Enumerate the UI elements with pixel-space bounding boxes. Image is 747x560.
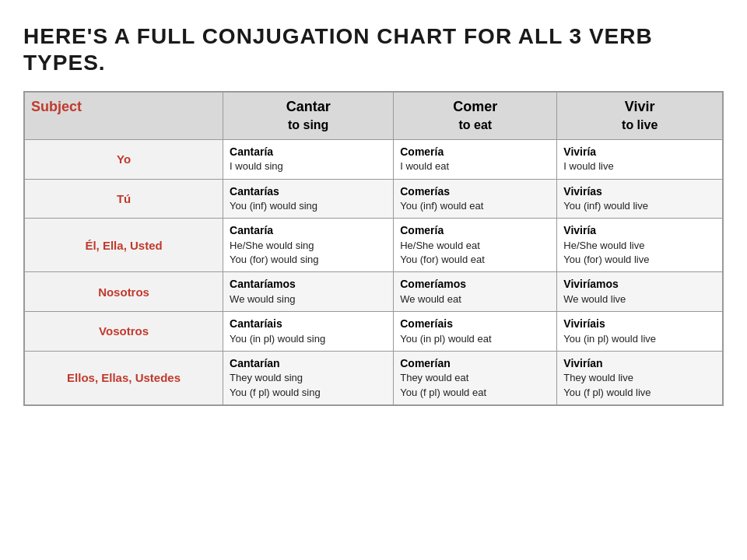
cantar-translation: We would sing <box>230 292 387 306</box>
header-vivir: Vivir to live <box>557 92 723 139</box>
table-row: YoCantaríaI would singComería I would ea… <box>24 139 723 179</box>
vivir-translation: You (for) would live <box>563 253 716 267</box>
header-subject: Subject <box>24 92 223 139</box>
cantar-translation: You (inf) would sing <box>230 199 387 213</box>
cantar-conjugation: Cantaríais <box>230 317 387 332</box>
vivir-cell: ViviríaI would live <box>557 139 723 179</box>
table-row: VosotrosCantaríaisYou (in pl) would sing… <box>24 312 723 352</box>
comer-translation: You (f pl) would eat <box>400 386 550 400</box>
cantar-translation: He/She would sing <box>230 239 387 253</box>
vivir-conjugation: Vivirían <box>563 356 716 372</box>
header-comer: Comer to eat <box>394 92 557 139</box>
comer-conjugation: Comería <box>400 223 550 239</box>
cantar-conjugation: Cantarías <box>230 184 387 200</box>
vivir-conjugation: Viviríais <box>563 317 716 332</box>
table-row: NosotrosCantaríamosWe would singComeríam… <box>24 272 723 312</box>
comer-cell: ComeríaisYou (in pl) would eat <box>394 312 557 352</box>
cantar-cell: CantaríanThey would singYou (f pl) would… <box>223 351 394 404</box>
vivir-translation: You (inf) would live <box>563 199 716 213</box>
subject-cell: Nosotros <box>24 272 223 312</box>
comer-translation: You (inf) would eat <box>400 199 550 213</box>
vivir-translation: You (in pl) would live <box>563 332 716 346</box>
vivir-translation: I would live <box>563 159 716 173</box>
subject-cell: Tú <box>24 179 223 219</box>
cantar-cell: CantaríaisYou (in pl) would sing <box>223 312 394 352</box>
vivir-conjugation: Viviríamos <box>563 277 716 292</box>
table-row: TúCantaríasYou (inf) would singComeríasY… <box>24 179 723 219</box>
cantar-conjugation: Cantaría <box>230 145 387 160</box>
vivir-conjugation: Viviría <box>563 223 716 239</box>
vivir-cell: ViviríasYou (inf) would live <box>557 179 723 219</box>
vivir-cell: ViviríanThey would liveYou (f pl) would … <box>557 351 723 404</box>
cantar-translation: You (f pl) would sing <box>230 386 387 400</box>
subject-cell: Yo <box>24 139 223 179</box>
cantar-translation: They would sing <box>230 371 387 385</box>
conjugation-table: Subject Cantar to sing Comer to eat Vivi… <box>23 91 724 406</box>
vivir-conjugation: Vivirías <box>563 184 716 200</box>
table-row: Él, Ella, UstedCantaríaHe/She would sing… <box>24 219 723 272</box>
cantar-cell: CantaríasYou (inf) would sing <box>223 179 394 219</box>
comer-conjugation: Comerías <box>400 184 550 200</box>
cantar-translation: I would sing <box>230 159 387 173</box>
comer-translation: I would eat <box>400 159 550 173</box>
comer-cell: ComeríanThey would eatYou (f pl) would e… <box>394 351 557 404</box>
comer-translation: He/She would eat <box>400 239 550 253</box>
vivir-translation: They would live <box>563 371 716 385</box>
comer-translation: They would eat <box>400 371 550 385</box>
cantar-cell: CantaríaI would sing <box>223 139 394 179</box>
cantar-translation: You (in pl) would sing <box>230 332 387 346</box>
vivir-translation: We would live <box>563 292 716 306</box>
comer-translation: We would eat <box>400 292 550 306</box>
comer-cell: ComeríaHe/She would eatYou (for) would e… <box>394 219 557 272</box>
comer-translation: You (in pl) would eat <box>400 332 550 346</box>
table-row: Ellos, Ellas, UstedesCantaríanThey would… <box>24 351 723 404</box>
comer-conjugation: Comerían <box>400 356 550 372</box>
cantar-translation: You (for) would sing <box>230 253 387 267</box>
subject-cell: Ellos, Ellas, Ustedes <box>24 351 223 404</box>
vivir-conjugation: Viviría <box>563 145 716 160</box>
page-title: HERE'S A FULL CONJUGATION CHART FOR ALL … <box>23 23 724 75</box>
vivir-translation: You (f pl) would live <box>563 386 716 400</box>
cantar-cell: CantaríamosWe would sing <box>223 272 394 312</box>
comer-cell: ComeríamosWe would eat <box>394 272 557 312</box>
comer-conjugation: Comería <box>400 145 550 160</box>
header-cantar: Cantar to sing <box>223 92 394 139</box>
subject-cell: Vosotros <box>24 312 223 352</box>
vivir-translation: He/She would live <box>563 239 716 253</box>
comer-conjugation: Comeríamos <box>400 277 550 292</box>
comer-cell: ComeríasYou (inf) would eat <box>394 179 557 219</box>
vivir-cell: ViviríaHe/She would liveYou (for) would … <box>557 219 723 272</box>
cantar-conjugation: Cantaríamos <box>230 277 387 292</box>
comer-translation: You (for) would eat <box>400 253 550 267</box>
vivir-cell: ViviríaisYou (in pl) would live <box>557 312 723 352</box>
cantar-cell: CantaríaHe/She would singYou (for) would… <box>223 219 394 272</box>
comer-cell: Comería I would eat <box>394 139 557 179</box>
comer-conjugation: Comeríais <box>400 317 550 332</box>
cantar-conjugation: Cantarían <box>230 356 387 372</box>
cantar-conjugation: Cantaría <box>230 223 387 239</box>
subject-cell: Él, Ella, Usted <box>24 219 223 272</box>
vivir-cell: ViviríamosWe would live <box>557 272 723 312</box>
